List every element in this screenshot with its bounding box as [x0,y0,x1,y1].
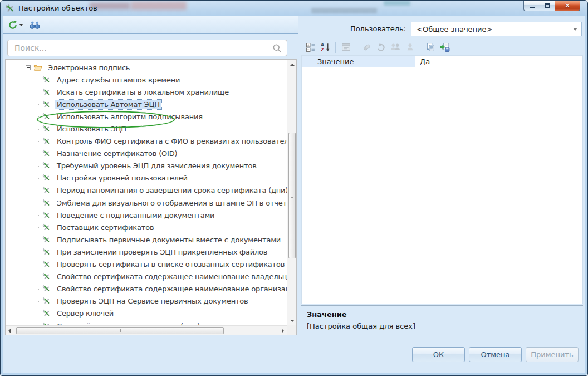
tree-vertical-scrollbar[interactable] [287,60,296,325]
tree-item[interactable]: Проверять сертификаты в списке отозванны… [6,258,287,271]
close-icon: ✕ [565,2,570,9]
description-panel: Значение [Настройка общая для всех] [301,305,583,341]
tree-guide-stub [38,154,42,154]
sort-alphabetical-button[interactable]: A Z [319,41,331,53]
tree-item[interactable]: Сервер ключей [6,307,287,320]
tree-root-electronic-signature[interactable]: Электронная подпись [6,61,287,74]
tools-icon [42,260,51,268]
client-area: Электронная подпись Адрес службы штампов… [3,16,585,373]
tree-guide-stub [38,265,42,265]
refresh-button[interactable] [6,18,24,32]
tree-item[interactable]: Настройка уровней пользователей [6,172,287,184]
thumb-grip [120,329,121,332]
tree-item-label: Подписывать первичные документы вместе с… [55,235,282,245]
tree-item[interactable]: Искать сертификаты в локальном хранилище [6,86,287,98]
tools-icon [42,186,51,194]
chevron-down-icon[interactable] [573,28,577,31]
tree-item[interactable]: Адрес службы штампов времени [6,74,287,86]
tree-guide-stub [38,215,42,216]
find-button[interactable] [28,18,42,32]
user-combobox[interactable]: <Общее значение> [411,22,582,36]
tree-item[interactable]: Свойство сертификата содержащее наименов… [6,283,287,295]
tree-item[interactable]: Период напоминания о завершении срока се… [6,184,287,197]
minimize-button[interactable] [523,1,540,11]
tools-icon [42,297,51,305]
background-artifact [311,8,377,13]
maximize-button[interactable] [540,1,555,11]
tree-guide-stub [38,252,42,252]
search-box [7,40,287,56]
tree-item[interactable]: Свойство сертификата содержащее наименов… [6,271,287,283]
tree-item[interactable]: Контроль ФИО сертификата с ФИО в реквизи… [6,135,287,148]
tree-item[interactable]: Эмблема для визуального отображения в шт… [6,197,287,209]
scroll-right-icon[interactable] [282,329,284,333]
tree-item-label: Проверять ЭЦП на Сервисе первичных докум… [55,296,250,306]
vertical-scroll-thumb[interactable] [288,133,296,258]
tree-item[interactable]: Использовать ЭЦП [6,123,287,135]
tree-item[interactable]: При зачислении проверять ЭЦП прикрепленн… [6,246,287,258]
open-folder-icon [33,64,42,72]
collapse-icon[interactable] [26,65,31,70]
cancel-button[interactable]: Отмена [469,347,522,362]
categorized-button[interactable] [305,41,317,53]
tree-item[interactable]: Проверять ЭЦП на Сервисе первичных докум… [6,295,287,307]
sort-az-icon: A Z [321,42,330,52]
tree-guide-stub [38,141,42,142]
app-tools-icon [6,4,15,13]
property-row: Значение Да [302,56,582,67]
tree-item-label: Использовать Автомат ЭЦП [55,100,161,109]
tree-item-label: Проверять сертификаты в списке отозванны… [55,260,286,269]
thumb-grip [291,196,293,196]
background-artifact [131,1,187,10]
search-input[interactable] [13,43,272,53]
scroll-up-icon[interactable] [290,64,295,66]
property-grid: Значение Да [301,55,583,304]
tree-item[interactable]: Требуемый уровень ЭЦП для зачисления док… [6,160,287,172]
scroll-down-icon[interactable] [290,320,295,322]
tree-item[interactable]: Использовать Автомат ЭЦП [6,98,287,110]
property-value-cell[interactable]: Да [415,56,582,67]
tree-item[interactable]: Использовать алгоритм подписывания [6,110,287,123]
refresh-icon [8,20,18,30]
settings-tree: Электронная подпись Адрес службы штампов… [6,60,287,325]
tree-guide-stub [38,92,42,92]
horizontal-scroll-thumb[interactable] [16,327,224,334]
copy-icon [426,42,435,52]
tree-item[interactable]: Поставщик сертификатов [6,221,287,233]
tree-item-label: Настройка уровней пользователей [55,173,189,183]
ok-button[interactable]: ОК [412,347,465,362]
property-pages-icon [341,42,351,52]
tree-guide-stub [38,240,42,240]
tree-guide-stub [38,227,42,228]
svg-text:Z: Z [321,47,324,52]
save-import-button[interactable] [439,41,451,53]
tree-item-label: Сервер ключей [55,309,115,318]
tools-icon [42,149,51,158]
user-selector-row: Пользователь: <Общее значение> [301,22,583,36]
tree-item[interactable]: Срок действия закрытого ключа (дни) [6,320,287,325]
tree-item-label: Искать сертификаты в локальном хранилище [55,87,231,97]
users-icon [390,42,400,52]
copy-button[interactable] [424,41,437,53]
titlebar[interactable]: Настройки объектов ✕ [1,1,587,16]
tools-icon [42,309,51,318]
description-title: Значение [307,310,577,319]
tools-icon [42,211,51,219]
tree-item[interactable]: Назначение сертификатов (OID) [6,148,287,160]
tree-item-label: Назначение сертификатов (OID) [55,149,179,158]
close-button[interactable]: ✕ [555,1,580,11]
refresh-dropdown-icon[interactable] [19,24,23,26]
tools-icon [42,137,51,145]
tree-item[interactable]: Поведение с подписанными документами [6,209,287,221]
tree-guide-stub [38,203,42,203]
tree-item[interactable]: Подписывать первичные документы вместе с… [6,233,287,246]
tools-icon [42,223,51,232]
right-panel: Пользователь: <Общее значение> [301,16,585,373]
scroll-left-icon[interactable] [8,329,11,333]
tree-rows: Электронная подпись Адрес службы штампов… [6,61,287,325]
tree-horizontal-scrollbar[interactable] [6,325,287,335]
tree-item-label: Свойство сертификата содержащее наименов… [55,284,287,294]
tree-item-label: Срок действия закрытого ключа (дни) [55,321,202,325]
tree-guide-stub [38,129,42,130]
settings-dialog-window: Настройки объектов ✕ [0,0,588,376]
